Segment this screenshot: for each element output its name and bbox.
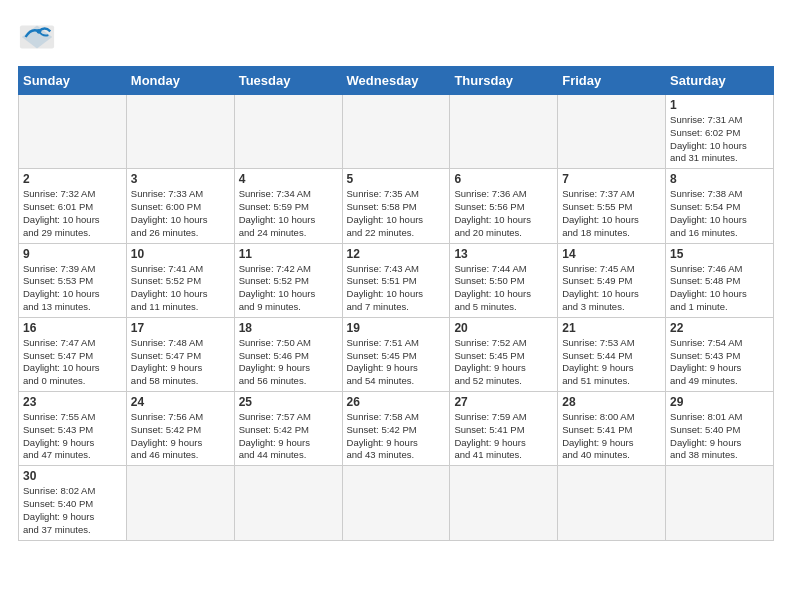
week-row-4: 23Sunrise: 7:55 AMSunset: 5:43 PMDayligh… (19, 392, 774, 466)
day-info: Sunrise: 7:47 AMSunset: 5:47 PMDaylight:… (23, 337, 122, 388)
day-cell: 26Sunrise: 7:58 AMSunset: 5:42 PMDayligh… (342, 392, 450, 466)
weekday-tuesday: Tuesday (234, 67, 342, 95)
day-info: Sunrise: 7:45 AMSunset: 5:49 PMDaylight:… (562, 263, 661, 314)
day-info: Sunrise: 8:01 AMSunset: 5:40 PMDaylight:… (670, 411, 769, 462)
day-cell (126, 466, 234, 540)
header (18, 18, 774, 56)
day-cell: 6Sunrise: 7:36 AMSunset: 5:56 PMDaylight… (450, 169, 558, 243)
day-number: 14 (562, 247, 661, 261)
day-info: Sunrise: 7:43 AMSunset: 5:51 PMDaylight:… (347, 263, 446, 314)
day-cell: 27Sunrise: 7:59 AMSunset: 5:41 PMDayligh… (450, 392, 558, 466)
day-cell (666, 466, 774, 540)
day-cell: 11Sunrise: 7:42 AMSunset: 5:52 PMDayligh… (234, 243, 342, 317)
day-number: 5 (347, 172, 446, 186)
day-number: 1 (670, 98, 769, 112)
day-info: Sunrise: 7:34 AMSunset: 5:59 PMDaylight:… (239, 188, 338, 239)
day-info: Sunrise: 7:31 AMSunset: 6:02 PMDaylight:… (670, 114, 769, 165)
day-cell: 28Sunrise: 8:00 AMSunset: 5:41 PMDayligh… (558, 392, 666, 466)
day-number: 7 (562, 172, 661, 186)
day-info: Sunrise: 7:48 AMSunset: 5:47 PMDaylight:… (131, 337, 230, 388)
weekday-wednesday: Wednesday (342, 67, 450, 95)
day-cell: 23Sunrise: 7:55 AMSunset: 5:43 PMDayligh… (19, 392, 127, 466)
day-number: 21 (562, 321, 661, 335)
day-cell: 4Sunrise: 7:34 AMSunset: 5:59 PMDaylight… (234, 169, 342, 243)
day-cell (558, 466, 666, 540)
day-info: Sunrise: 7:33 AMSunset: 6:00 PMDaylight:… (131, 188, 230, 239)
week-row-3: 16Sunrise: 7:47 AMSunset: 5:47 PMDayligh… (19, 317, 774, 391)
svg-point-2 (37, 29, 42, 34)
day-info: Sunrise: 7:41 AMSunset: 5:52 PMDaylight:… (131, 263, 230, 314)
day-number: 20 (454, 321, 553, 335)
day-info: Sunrise: 7:44 AMSunset: 5:50 PMDaylight:… (454, 263, 553, 314)
day-cell (558, 95, 666, 169)
day-number: 3 (131, 172, 230, 186)
day-number: 27 (454, 395, 553, 409)
day-info: Sunrise: 7:53 AMSunset: 5:44 PMDaylight:… (562, 337, 661, 388)
weekday-saturday: Saturday (666, 67, 774, 95)
day-number: 4 (239, 172, 338, 186)
day-number: 25 (239, 395, 338, 409)
day-info: Sunrise: 7:39 AMSunset: 5:53 PMDaylight:… (23, 263, 122, 314)
day-cell (19, 95, 127, 169)
day-number: 8 (670, 172, 769, 186)
week-row-2: 9Sunrise: 7:39 AMSunset: 5:53 PMDaylight… (19, 243, 774, 317)
day-number: 9 (23, 247, 122, 261)
day-cell: 19Sunrise: 7:51 AMSunset: 5:45 PMDayligh… (342, 317, 450, 391)
day-info: Sunrise: 7:51 AMSunset: 5:45 PMDaylight:… (347, 337, 446, 388)
day-number: 30 (23, 469, 122, 483)
calendar: SundayMondayTuesdayWednesdayThursdayFrid… (18, 66, 774, 541)
day-cell (450, 466, 558, 540)
day-info: Sunrise: 7:52 AMSunset: 5:45 PMDaylight:… (454, 337, 553, 388)
day-number: 11 (239, 247, 338, 261)
day-cell: 10Sunrise: 7:41 AMSunset: 5:52 PMDayligh… (126, 243, 234, 317)
day-cell: 5Sunrise: 7:35 AMSunset: 5:58 PMDaylight… (342, 169, 450, 243)
week-row-5: 30Sunrise: 8:02 AMSunset: 5:40 PMDayligh… (19, 466, 774, 540)
day-number: 29 (670, 395, 769, 409)
day-cell: 20Sunrise: 7:52 AMSunset: 5:45 PMDayligh… (450, 317, 558, 391)
day-cell: 25Sunrise: 7:57 AMSunset: 5:42 PMDayligh… (234, 392, 342, 466)
day-number: 23 (23, 395, 122, 409)
day-info: Sunrise: 7:38 AMSunset: 5:54 PMDaylight:… (670, 188, 769, 239)
day-info: Sunrise: 7:54 AMSunset: 5:43 PMDaylight:… (670, 337, 769, 388)
day-number: 12 (347, 247, 446, 261)
day-cell: 30Sunrise: 8:02 AMSunset: 5:40 PMDayligh… (19, 466, 127, 540)
day-info: Sunrise: 7:46 AMSunset: 5:48 PMDaylight:… (670, 263, 769, 314)
day-cell (450, 95, 558, 169)
day-info: Sunrise: 7:59 AMSunset: 5:41 PMDaylight:… (454, 411, 553, 462)
day-info: Sunrise: 7:50 AMSunset: 5:46 PMDaylight:… (239, 337, 338, 388)
day-number: 17 (131, 321, 230, 335)
weekday-friday: Friday (558, 67, 666, 95)
day-info: Sunrise: 7:35 AMSunset: 5:58 PMDaylight:… (347, 188, 446, 239)
day-cell: 24Sunrise: 7:56 AMSunset: 5:42 PMDayligh… (126, 392, 234, 466)
day-cell: 2Sunrise: 7:32 AMSunset: 6:01 PMDaylight… (19, 169, 127, 243)
day-cell (234, 466, 342, 540)
day-info: Sunrise: 7:55 AMSunset: 5:43 PMDaylight:… (23, 411, 122, 462)
day-number: 28 (562, 395, 661, 409)
week-row-1: 2Sunrise: 7:32 AMSunset: 6:01 PMDaylight… (19, 169, 774, 243)
day-cell (342, 466, 450, 540)
day-info: Sunrise: 7:32 AMSunset: 6:01 PMDaylight:… (23, 188, 122, 239)
day-cell: 1Sunrise: 7:31 AMSunset: 6:02 PMDaylight… (666, 95, 774, 169)
day-cell: 13Sunrise: 7:44 AMSunset: 5:50 PMDayligh… (450, 243, 558, 317)
logo (18, 18, 62, 56)
day-number: 13 (454, 247, 553, 261)
logo-icon (18, 18, 56, 56)
day-cell (126, 95, 234, 169)
day-number: 18 (239, 321, 338, 335)
day-cell: 16Sunrise: 7:47 AMSunset: 5:47 PMDayligh… (19, 317, 127, 391)
day-cell (342, 95, 450, 169)
day-info: Sunrise: 7:42 AMSunset: 5:52 PMDaylight:… (239, 263, 338, 314)
day-cell: 17Sunrise: 7:48 AMSunset: 5:47 PMDayligh… (126, 317, 234, 391)
day-number: 22 (670, 321, 769, 335)
day-number: 6 (454, 172, 553, 186)
day-cell: 21Sunrise: 7:53 AMSunset: 5:44 PMDayligh… (558, 317, 666, 391)
day-number: 15 (670, 247, 769, 261)
day-info: Sunrise: 7:37 AMSunset: 5:55 PMDaylight:… (562, 188, 661, 239)
day-cell: 8Sunrise: 7:38 AMSunset: 5:54 PMDaylight… (666, 169, 774, 243)
day-number: 2 (23, 172, 122, 186)
day-info: Sunrise: 8:00 AMSunset: 5:41 PMDaylight:… (562, 411, 661, 462)
day-number: 26 (347, 395, 446, 409)
page: SundayMondayTuesdayWednesdayThursdayFrid… (0, 0, 792, 612)
day-number: 16 (23, 321, 122, 335)
day-number: 19 (347, 321, 446, 335)
